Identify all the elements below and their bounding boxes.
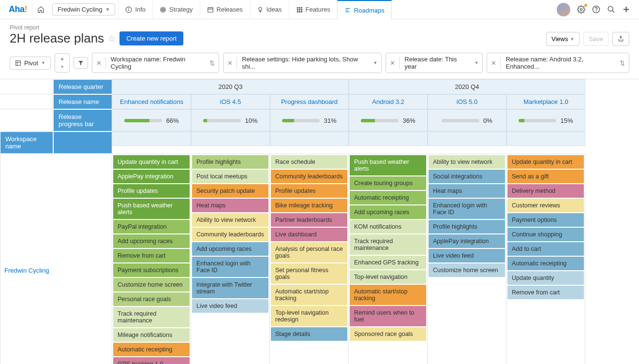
feature-item[interactable]: GPS tracking 1.0 xyxy=(113,357,190,364)
feature-item[interactable]: Profile updates xyxy=(113,184,190,198)
workspace-selector[interactable]: Fredwin Cycling ▼ xyxy=(52,3,115,15)
feature-item[interactable]: Personal race goals xyxy=(113,292,190,306)
workspace-row-label[interactable]: Fredwin Cycling xyxy=(0,154,112,364)
release-header[interactable]: Progress dashboard xyxy=(270,94,349,109)
tab-strategy[interactable]: Strategy xyxy=(152,0,199,19)
feature-item[interactable]: Track required maintenance xyxy=(350,234,426,255)
feature-item[interactable]: Profile highlights xyxy=(429,220,505,233)
tab-ideas[interactable]: Ideas xyxy=(250,0,289,19)
feature-item[interactable]: Mileage notifications xyxy=(113,328,190,342)
feature-item[interactable]: Social integrations xyxy=(429,170,505,183)
feature-item[interactable]: Payment options xyxy=(507,213,584,227)
release-header[interactable]: Android 3.2 xyxy=(349,94,428,109)
feature-item[interactable]: Remind users when to fuel xyxy=(350,306,426,326)
save-button[interactable]: Save xyxy=(583,32,609,46)
feature-item[interactable]: Send as a gift xyxy=(507,170,584,183)
feature-item[interactable]: Live dashboard xyxy=(271,228,347,241)
feature-item[interactable]: Bike mileage tracking xyxy=(271,199,347,212)
feature-item[interactable]: Customize home screen xyxy=(113,278,190,291)
feature-item[interactable]: Update quantity in cart xyxy=(507,155,584,169)
share-icon[interactable] xyxy=(612,32,629,46)
feature-item[interactable]: Customize home screen xyxy=(429,263,505,277)
feature-item[interactable]: Sponsored race goals xyxy=(350,327,426,341)
feature-item[interactable]: Automatic receipting xyxy=(507,257,584,270)
tab-info[interactable]: Info xyxy=(118,0,152,19)
feature-item[interactable]: Integrate with Twitter stream xyxy=(192,278,268,298)
feature-item[interactable]: PayPal integration xyxy=(113,220,190,233)
feature-item[interactable]: Top-level navigation redesign xyxy=(271,306,347,326)
feature-item[interactable]: Enhanced login with Face ID xyxy=(192,257,268,277)
feature-item[interactable]: KOM notifications xyxy=(350,220,426,233)
filter-release-settings[interactable]: ✕ Release settings: Hide parking lots, S… xyxy=(223,53,382,73)
feature-item[interactable]: Remove from cart xyxy=(113,249,190,262)
feature-item[interactable]: Automatic start/stop tracking xyxy=(271,285,347,305)
avatar[interactable] xyxy=(557,3,570,16)
feature-item[interactable]: Enhanced GPS tracking xyxy=(350,256,426,269)
filter-release-date[interactable]: ✕ Release date: This year ▼ xyxy=(386,53,483,73)
feature-item[interactable]: Push based weather alerts xyxy=(350,155,426,175)
feature-item[interactable]: ApplePay integration xyxy=(113,170,190,183)
feature-item[interactable]: Create touring groups xyxy=(350,176,426,190)
feature-item[interactable]: Automatic receipting xyxy=(113,343,190,356)
feature-item[interactable]: Ability to view network xyxy=(429,155,505,169)
feature-item[interactable]: Enhanced login with Face ID xyxy=(429,199,505,219)
close-icon[interactable]: ✕ xyxy=(487,57,501,69)
feature-item[interactable]: Automatic receipting xyxy=(350,191,426,204)
feature-item[interactable]: Push based weather alerts xyxy=(113,199,190,219)
create-report-button[interactable]: Create new report xyxy=(119,31,183,45)
feature-item[interactable]: Continue shopping xyxy=(507,228,584,241)
feature-item[interactable]: Profile highlights xyxy=(192,155,268,169)
search-icon[interactable] xyxy=(607,5,615,14)
feature-item[interactable]: Update quantity in cart xyxy=(113,155,190,169)
feature-item[interactable]: Set personal fitness goals xyxy=(271,263,347,284)
filter-funnel-icon[interactable] xyxy=(74,57,88,69)
gear-icon[interactable] xyxy=(577,5,585,14)
feature-item[interactable]: Race schedule xyxy=(271,155,347,169)
tab-features[interactable]: Features xyxy=(289,0,337,19)
release-header[interactable]: iOS 5.0 xyxy=(428,94,506,109)
close-icon[interactable]: ✕ xyxy=(386,57,400,69)
tab-roadmaps[interactable]: Roadmaps xyxy=(337,0,392,19)
home-icon[interactable] xyxy=(32,0,49,19)
feature-item[interactable]: Customer reviews xyxy=(507,199,584,212)
feature-item[interactable]: Delivery method xyxy=(507,184,584,198)
release-header[interactable]: iOS 4.5 xyxy=(191,94,270,109)
feature-item[interactable]: Update quantity xyxy=(507,271,584,285)
feature-item[interactable]: Post local meetups xyxy=(192,170,268,183)
feature-item[interactable]: Profile updates xyxy=(271,184,347,198)
feature-item[interactable]: Payment subscriptions xyxy=(113,263,190,277)
tab-releases[interactable]: Releases xyxy=(200,0,250,19)
release-header[interactable]: Enhanced notifications xyxy=(112,94,191,109)
feature-item[interactable]: Add upcoming races xyxy=(192,242,268,256)
feature-item[interactable]: Analysis of personal race goals xyxy=(271,242,347,262)
pivot-layout-button[interactable]: Pivot ▼ xyxy=(10,57,51,70)
settings-gear-icon[interactable]: ▼ xyxy=(55,53,70,73)
feature-item[interactable]: Security patch update xyxy=(192,184,268,198)
close-icon[interactable]: ✕ xyxy=(92,57,106,69)
feature-item[interactable]: Live video feed xyxy=(429,249,505,262)
release-header[interactable]: Marketplace 1.0 xyxy=(506,94,585,109)
feature-item[interactable]: Add upcoming races xyxy=(350,205,426,219)
feature-item[interactable]: Ability to view network xyxy=(192,213,268,227)
feature-item[interactable]: Community leaderboards xyxy=(271,170,347,183)
feature-item[interactable]: Remove from cart xyxy=(507,286,584,299)
filter-release-name[interactable]: ✕ Release name: Android 3.2, Enhanced...… xyxy=(487,53,629,73)
feature-item[interactable]: Add upcoming races xyxy=(113,234,190,248)
feature-item[interactable]: Top-level navigation xyxy=(350,270,426,284)
feature-item[interactable]: Stage details xyxy=(271,327,347,341)
help-icon[interactable] xyxy=(592,5,600,14)
star-icon[interactable]: ☆ xyxy=(108,33,116,44)
feature-item[interactable]: Add to cart xyxy=(507,242,584,256)
close-icon[interactable]: ✕ xyxy=(223,57,237,69)
views-button[interactable]: Views ▼ xyxy=(546,32,580,46)
feature-item[interactable]: Partner leaderboards xyxy=(271,213,347,227)
plus-icon[interactable] xyxy=(622,5,630,14)
feature-item[interactable]: Community leaderboards xyxy=(192,228,268,241)
feature-item[interactable]: Heat maps xyxy=(192,199,268,212)
feature-item[interactable]: ApplePay integration xyxy=(429,234,505,248)
feature-item[interactable]: Automatic start/stop tracking xyxy=(350,285,426,305)
feature-item[interactable]: Heat maps xyxy=(429,184,505,198)
filter-workspace[interactable]: ✕ Workspace name: Fredwin Cycling ⇅ xyxy=(92,53,219,73)
feature-item[interactable]: Track required maintenance xyxy=(113,307,190,327)
feature-item[interactable]: Live video feed xyxy=(192,299,268,313)
